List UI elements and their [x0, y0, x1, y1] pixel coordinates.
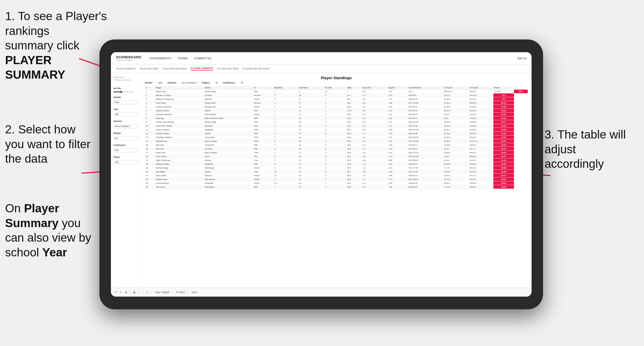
cell-16-12: 54-51-4 — [469, 151, 493, 155]
cell-1-4: 1 — [273, 93, 298, 97]
cell-23-1: Bastien Amat — [155, 177, 204, 181]
cell-8-0: 9 — [145, 120, 155, 124]
nav-link-teams[interactable]: TEAMS — [178, 57, 188, 60]
annotation-top-left: 1. To see a Player's rankings summary cl… — [5, 9, 112, 82]
cell-7-7: 68.3 — [346, 116, 361, 120]
cell-24-1: Cole Sherwood — [155, 181, 204, 185]
annotation-right: 3. The table will adjust accordingly — [545, 127, 636, 171]
cell-6-5: 27 — [298, 113, 324, 116]
sign-out-link[interactable]: Sign out — [517, 57, 526, 60]
cell-3-1: Luke Claton — [155, 101, 204, 105]
cell-17-8: -1.8 — [361, 155, 388, 158]
sub-nav-team-summary[interactable]: TEAM SUMMARY — [116, 67, 136, 70]
watch-btn[interactable]: 👁 Watch — [176, 291, 185, 294]
cell-18-13: 41.81 — [493, 158, 514, 162]
table-filters-row: Gender: Men Division: NCAA Division I Re… — [145, 81, 528, 84]
cell-13-13: 40.75 — [493, 139, 514, 143]
cell-10-12: 47-40-3 — [469, 128, 493, 132]
cell-12-2: Texas A&M — [204, 135, 253, 139]
cell-23-0: 24 — [145, 177, 155, 181]
cell-10-1: Gordon Sargent — [155, 128, 204, 132]
redo-btn[interactable]: ↻ — [120, 291, 122, 294]
cell-10-10: 387-133-16 — [408, 128, 443, 132]
sub-nav-player-summary[interactable]: PLAYER SUMMARY — [191, 67, 213, 71]
table-header: # Player School Yr Reg Rank Conf Rank No… — [145, 86, 528, 90]
slider-area — [113, 91, 138, 92]
clock-btn[interactable]: ◯ — [146, 291, 149, 294]
cell-7-13: 49.42 — [493, 116, 514, 120]
cell-20-11: 7-17-5 — [443, 166, 469, 170]
conference-select[interactable]: (All) — [113, 148, 138, 152]
cell-22-9: 1.68 — [388, 174, 408, 177]
table-row: 13Phichaksn MaichonTexas A&MThird630169.… — [145, 135, 528, 139]
cell-25-5: 25 — [298, 185, 324, 189]
add-btn[interactable]: + — [138, 291, 140, 294]
sub-nav-player-h2h-grid[interactable]: PLAYER H2H GRID — [217, 67, 239, 70]
copy-btn[interactable]: ▣ — [133, 291, 135, 294]
player-select[interactable]: (All) — [113, 160, 138, 164]
nav-link-committee[interactable]: COMMITTEE — [194, 57, 212, 60]
cell-1-12: 35-16-4 — [469, 93, 493, 97]
cell-15-6: 0 — [324, 147, 346, 151]
table-division-label: Division: — [168, 81, 177, 84]
cell-5-4: 1 — [273, 109, 298, 113]
col-reg-rank: Reg Rank — [273, 86, 298, 90]
toolbar-sep-5 — [188, 290, 188, 294]
cell-2-12: 22-22-0 — [469, 97, 493, 101]
nav-links: TOURNAMENTS TEAMS COMMITTEE — [149, 57, 517, 60]
update-time-section: Update time: 27/03/2024 16:56:26 — [113, 76, 138, 84]
cell-17-1: Luke Powell — [155, 155, 204, 158]
division-select[interactable]: NCAA Division I — [113, 124, 138, 128]
back-btn[interactable]: ◀ — [125, 291, 127, 294]
cell-14-11: 13-18-2 — [443, 143, 469, 147]
cell-20-9: 0.87 — [388, 166, 408, 170]
cell-24-5: 23 — [298, 181, 324, 185]
cell-21-10: 514-111-52 — [408, 170, 443, 174]
cell-7-10: 607-63-12 — [408, 116, 443, 120]
cell-3-10: 547-142-38 — [408, 101, 443, 105]
cell-12-4: 6 — [273, 135, 298, 139]
cell-21-4: 10 — [273, 170, 298, 174]
region-select[interactable]: N/A — [113, 136, 138, 140]
cell-15-1: Alex Goff — [155, 147, 204, 151]
bottom-toolbar: ↺ ↻ ◀ ▣ + ◯ View: Original 👁 Watch Share — [111, 287, 532, 297]
tablet-frame: SCOREBOARD Powered by dippi TOURNAMENTS … — [99, 39, 543, 309]
cell-9-4: 1 — [273, 124, 298, 128]
cell-8-8: -0.5 — [361, 120, 388, 124]
undo-btn[interactable]: ↺ — [115, 291, 117, 294]
cell-16-5: 21 — [298, 151, 324, 155]
cell-15-3: Fifth — [253, 147, 273, 151]
year-select[interactable]: (All) — [113, 112, 138, 116]
cell-5-11: 28-12-7 — [443, 109, 469, 113]
cell-2-0: 3 — [145, 97, 155, 101]
cell-13-4: 9 — [273, 139, 298, 143]
cell-16-10: 466-172-16 — [408, 151, 443, 155]
sub-nav-team-h2h-grid[interactable]: TEAM H2H GRID — [139, 67, 158, 70]
cell-0-0: 1 — [145, 90, 155, 93]
cell-0-10: 3.07 — [408, 90, 443, 93]
slider-thumb[interactable] — [120, 91, 122, 93]
table-row: 15Jake HallTennesseeFifth718068.5-1.51.6… — [145, 143, 528, 147]
table-row: 6Jackson KoivunAuburnFirst127167.3-2.02.… — [145, 109, 528, 113]
cell-11-0: 12 — [145, 132, 155, 135]
col-school: School — [204, 86, 253, 90]
cell-5-1: Jackson Koivun — [155, 109, 204, 113]
annotation-number-1: 1. — [5, 9, 15, 23]
cell-22-5: 24 — [298, 174, 324, 177]
cell-8-1: Preston Summerhays — [155, 120, 204, 124]
cell-16-8: -0.2 — [361, 151, 388, 155]
cell-0-9: -3.2 — [388, 90, 408, 93]
cell-12-0: 13 — [145, 135, 155, 139]
cell-21-12: 29-38-2 — [469, 170, 493, 174]
cell-6-13: 56.16 — [493, 113, 514, 116]
cell-9-6: 0 — [324, 124, 346, 128]
cell-14-2: Tennessee — [204, 143, 253, 147]
sub-nav-player-h2h-heatmap[interactable]: PLAYER H2H HEATMAP — [243, 67, 270, 70]
cell-4-9: 2.34 — [388, 105, 408, 109]
cell-6-3: Fourth — [253, 113, 273, 116]
sub-nav-team-h2h-heatmap[interactable]: TEAM H2H HEATMAP — [162, 67, 187, 70]
slider-track[interactable] — [113, 91, 134, 92]
nav-link-tournaments[interactable]: TOURNAMENTS — [149, 57, 171, 60]
share-btn[interactable]: Share — [191, 291, 198, 294]
gender-select[interactable]: Men — [113, 100, 138, 104]
